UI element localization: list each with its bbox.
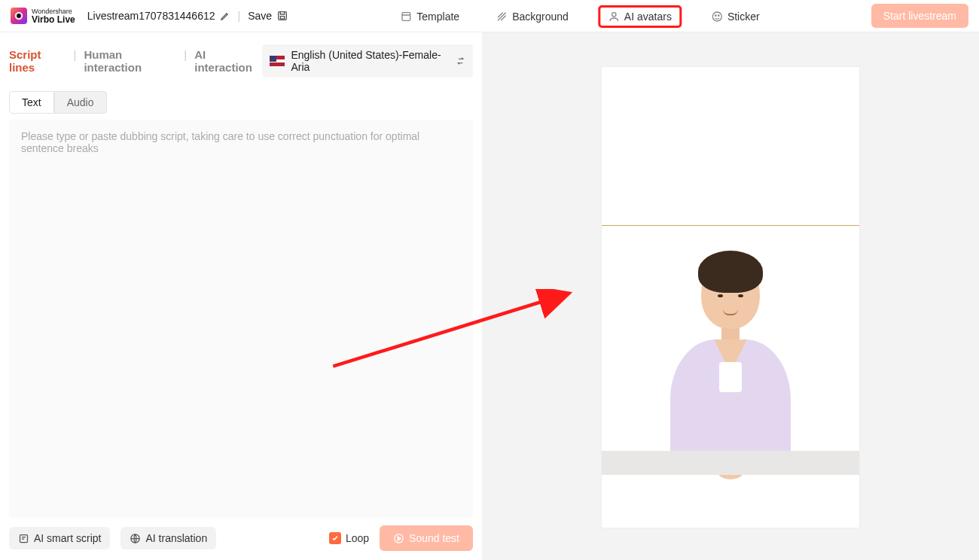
save-button[interactable]: Save (248, 10, 288, 22)
svg-rect-4 (402, 12, 410, 20)
ai-translation-button[interactable]: AI translation (120, 527, 216, 549)
tab-script-lines[interactable]: Script lines (9, 48, 66, 74)
svg-point-1 (17, 14, 21, 18)
input-mode-tabs: Text Audio (9, 91, 473, 114)
logo-mark-icon (11, 8, 27, 24)
loop-checkbox[interactable]: Loop (329, 532, 369, 544)
smart-script-icon (18, 533, 29, 544)
play-icon (393, 533, 404, 544)
ai-translation-label: AI translation (145, 532, 207, 544)
svg-point-6 (712, 12, 721, 21)
tab-human-interaction[interactable]: Human interaction (84, 48, 176, 74)
script-panel: Script lines | Human interaction | AI in… (0, 32, 482, 560)
top-bar: Wondershare Virbo Live Livestream1707831… (0, 0, 979, 32)
voice-selector[interactable]: English (United States)-Female-Aria (262, 44, 473, 78)
loop-label: Loop (346, 532, 369, 544)
script-mode-tabs: Script lines | Human interaction | AI in… (9, 48, 262, 74)
script-input[interactable] (9, 120, 473, 518)
preview-area (482, 32, 979, 560)
sticker-icon (711, 11, 723, 23)
save-icon (276, 10, 288, 22)
tab-ai-avatars[interactable]: AI avatars (600, 8, 679, 26)
editor-toolbar: AI smart script AI translation Loop Soun… (9, 525, 473, 551)
subtab-text[interactable]: Text (9, 91, 54, 114)
main-area: Script lines | Human interaction | AI in… (0, 32, 979, 560)
top-tool-tabs: Template Background AI avatars Sticker (395, 0, 764, 32)
tab-sticker[interactable]: Sticker (706, 8, 764, 26)
tab-background-label: Background (512, 11, 569, 23)
sound-test-label: Sound test (409, 532, 459, 544)
voice-label: English (United States)-Female-Aria (291, 49, 449, 73)
subtab-audio[interactable]: Audio (54, 91, 107, 114)
background-icon (496, 11, 508, 23)
save-label: Save (248, 10, 272, 22)
preview-canvas[interactable] (602, 67, 859, 528)
edit-icon[interactable] (220, 11, 230, 21)
desk-surface (602, 451, 859, 475)
flag-us-icon (270, 56, 285, 66)
ai-smart-script-label: AI smart script (34, 532, 101, 544)
tab-template[interactable]: Template (395, 8, 464, 26)
tab-template-label: Template (416, 11, 459, 23)
tab-background[interactable]: Background (491, 8, 573, 26)
ai-smart-script-button[interactable]: AI smart script (9, 527, 110, 549)
tab-ai-avatars-label: AI avatars (624, 11, 672, 23)
swap-icon (456, 56, 465, 66)
sound-test-button[interactable]: Sound test (380, 525, 473, 551)
checkbox-checked-icon (329, 532, 341, 544)
tab-sticker-label: Sticker (727, 11, 760, 23)
project-name: Livestream1707831446612 (87, 10, 215, 22)
tab-ai-interaction[interactable]: AI interaction (194, 48, 262, 74)
svg-rect-3 (280, 17, 284, 19)
svg-point-5 (611, 12, 615, 16)
divider: | (238, 10, 241, 22)
svg-point-7 (715, 15, 715, 16)
horizon-line (602, 225, 859, 226)
start-livestream-button[interactable]: Start livestream (871, 4, 968, 28)
ai-avatar[interactable] (636, 260, 825, 475)
translation-icon (130, 533, 141, 544)
brand-big: Virbo Live (32, 15, 75, 24)
app-logo: Wondershare Virbo Live (11, 8, 75, 24)
avatar-icon (608, 11, 620, 23)
svg-point-8 (718, 15, 718, 16)
template-icon (400, 11, 412, 23)
